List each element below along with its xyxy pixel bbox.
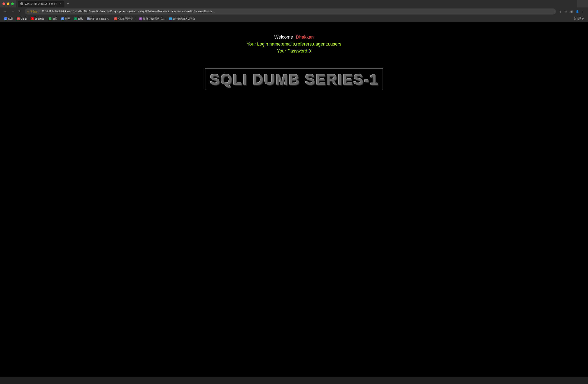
new-tab-button[interactable]: + xyxy=(65,1,71,7)
minimize-button[interactable] xyxy=(7,2,9,5)
welcome-name: Dhakkan xyxy=(296,34,314,40)
maps-favicon: ● xyxy=(49,18,51,20)
bookmark-youtube[interactable]: ▶ YouTube xyxy=(29,17,46,21)
bookmark-reading-list[interactable]: 阅读清单 xyxy=(572,17,586,21)
bookmarks-divider xyxy=(136,17,136,21)
apps-favicon: ☷ xyxy=(4,18,7,20)
bookmark-apps[interactable]: ☷ 应用 xyxy=(2,17,14,21)
tab-favicon xyxy=(20,2,23,5)
login-name-label: Your Login name: xyxy=(247,42,282,46)
title-bar: Less-1 **Error Based- String** × + xyxy=(0,0,588,7)
bookmark-php-label: PHP setcookie()... xyxy=(90,18,110,20)
bookmark-news-label: 资讯 xyxy=(78,17,83,21)
password-value: 3 xyxy=(309,48,311,54)
bookmark-platform3[interactable]: ☁ 云计算综合实训平台 xyxy=(168,17,197,21)
url-text[interactable]: 172.16.67.143/sqli-lab/Less-1/?id=-1%27%… xyxy=(40,10,554,13)
separator: | xyxy=(38,10,39,13)
bookmark-news[interactable]: N 资讯 xyxy=(72,17,84,21)
bookmark-platform1[interactable]: ⚔ 攻防实训平台 xyxy=(113,17,134,21)
news-favicon: N xyxy=(74,18,77,20)
reading-list-label: 阅读清单 xyxy=(574,17,584,21)
welcome-section: Welcome Dhakkan Your Login name:emails,r… xyxy=(247,34,341,54)
bookmark-platform2[interactable]: X 登录_翔云课堂_在... xyxy=(138,17,167,21)
bookmark-apps-label: 应用 xyxy=(8,17,13,21)
active-tab[interactable]: Less-1 **Error Based- String** × xyxy=(18,0,64,7)
bookmark-star-icon[interactable]: ☆ xyxy=(563,9,568,14)
bookmark-gmail[interactable]: M Gmail xyxy=(15,17,28,21)
password-label: Your Password: xyxy=(277,48,308,54)
traffic-lights xyxy=(2,2,14,5)
forward-button[interactable]: → xyxy=(10,9,16,14)
extension-puzzle-icon[interactable]: ☰ xyxy=(569,9,574,14)
menu-icon[interactable]: ⋮ xyxy=(581,9,586,14)
account-icon[interactable]: 👤 xyxy=(575,9,580,14)
address-bar[interactable]: ⚠ 不安全 | 172.16.67.143/sqli-lab/Less-1/?i… xyxy=(25,8,556,15)
page-content: Welcome Dhakkan Your Login name:emails,r… xyxy=(0,22,588,377)
share-icon[interactable]: ⇧ xyxy=(558,9,563,14)
bookmark-platform3-label: 云计算综合实训平台 xyxy=(173,17,195,21)
browser-chrome: Less-1 **Error Based- String** × + ← → ↻… xyxy=(0,0,588,22)
welcome-label: Welcome xyxy=(274,34,293,40)
bookmark-gmail-label: Gmail xyxy=(21,18,27,20)
bookmarks-bar: ☷ 应用 M Gmail ▶ YouTube ● 地图 T 翻译 N 资讯 P … xyxy=(0,16,588,22)
tab-bar: Less-1 **Error Based- String** × + xyxy=(16,0,577,7)
security-icon: ⚠ xyxy=(27,10,29,13)
bookmark-platform2-label: 登录_翔云课堂_在... xyxy=(143,17,165,21)
password-line: Your Password:3 xyxy=(247,48,341,54)
close-button[interactable] xyxy=(2,2,5,5)
welcome-line: Welcome Dhakkan xyxy=(247,34,341,40)
platform2-favicon: X xyxy=(139,18,142,20)
youtube-favicon: ▶ xyxy=(31,18,34,20)
bookmark-platform1-label: 攻防实训平台 xyxy=(118,17,133,21)
login-name-value: emails,referers,uagents,users xyxy=(282,42,341,46)
tab-title: Less-1 **Error Based- String** xyxy=(24,2,57,5)
bookmark-youtube-label: YouTube xyxy=(35,18,44,20)
bookmark-php[interactable]: P PHP setcookie()... xyxy=(85,17,112,21)
sqli-logo: SQLI DUMB SERIES-1 xyxy=(205,68,383,90)
reload-button[interactable]: ↻ xyxy=(17,9,23,14)
platform3-favicon: ☁ xyxy=(169,18,172,20)
translate-favicon: T xyxy=(61,18,64,20)
address-bar-area: ← → ↻ ⚠ 不安全 | 172.16.67.143/sqli-lab/Les… xyxy=(0,7,588,16)
maximize-button[interactable] xyxy=(11,2,14,5)
bookmark-translate-label: 翻译 xyxy=(65,17,70,21)
bookmark-translate[interactable]: T 翻译 xyxy=(60,17,72,21)
tab-close-button[interactable]: × xyxy=(59,2,62,5)
bookmark-maps[interactable]: ● 地图 xyxy=(47,17,59,21)
back-button[interactable]: ← xyxy=(2,9,8,14)
bookmark-maps-label: 地图 xyxy=(52,17,57,21)
security-text: 不安全 xyxy=(30,10,37,13)
platform1-favicon: ⚔ xyxy=(114,18,117,20)
login-name-line: Your Login name:emails,referers,uagents,… xyxy=(247,42,341,47)
php-favicon: P xyxy=(87,18,90,20)
toolbar-right: ⇧ ☆ ☰ 👤 ⋮ xyxy=(558,9,586,14)
gmail-favicon: M xyxy=(17,18,20,20)
